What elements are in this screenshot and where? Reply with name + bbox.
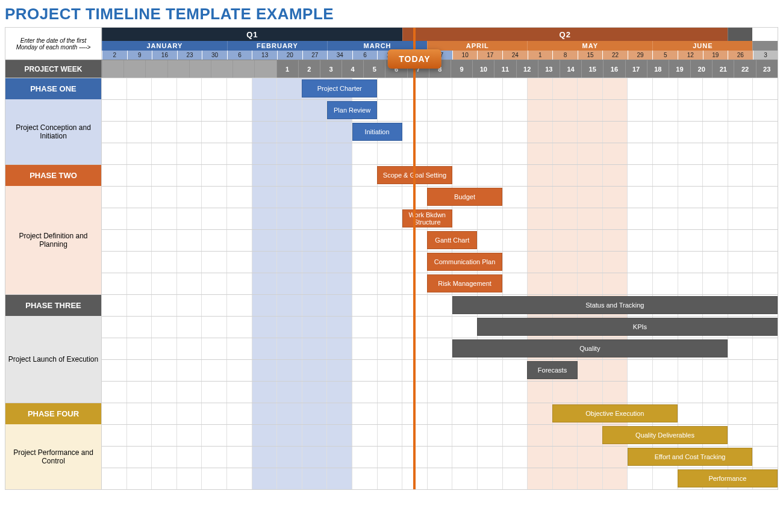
date-cell: 19 [703,51,728,60]
gantt-cell [252,143,277,164]
gantt-cell [252,187,277,208]
gantt-cell [176,295,202,316]
quarter-cell: Q2 [402,28,728,41]
gantt-cell [577,273,602,294]
gantt-cell [702,208,728,229]
gantt-cell [527,78,552,99]
gantt-cell [452,403,477,424]
gantt-cell [452,382,477,403]
gantt-cell [602,78,628,99]
week-cell [211,60,232,78]
task-bar[interactable]: Plan Review [327,101,377,119]
gantt-cell [678,143,703,164]
gantt-cell [702,360,728,381]
task-bar[interactable]: Effort and Cost Tracking [628,448,753,466]
gantt-cell [602,252,628,273]
gantt-cell [276,447,302,468]
task-bar[interactable]: Budget [427,188,502,206]
task-bar[interactable]: Objective Execution [552,404,678,422]
gantt-cell [126,447,152,468]
task-bar[interactable]: Performance [678,469,778,487]
week-cell: 14 [560,60,581,78]
task-bar[interactable]: Initiation [352,123,402,141]
gantt-cell [602,468,628,489]
gantt-cell [652,122,678,143]
gantt-cell [302,252,327,273]
gantt-cell [151,360,176,381]
task-bar[interactable]: Gantt Chart [427,231,477,249]
task-bar[interactable]: Quality Deliverables [602,426,728,444]
week-cell: 16 [603,60,625,78]
today-badge: TODAY [388,49,441,69]
gantt-cell [427,317,452,338]
gantt-cell [326,425,352,446]
project-week-label: PROJECT WEEK [5,60,102,78]
week-cell: 12 [516,60,538,78]
gantt-cell [502,382,528,403]
gantt-cell [226,338,252,359]
gantt-cell [427,122,452,143]
gantt-cell [678,165,703,186]
gantt-cell [326,295,352,316]
gantt-row [102,99,778,121]
gantt-cell [502,187,528,208]
week-cell: 18 [647,60,669,78]
gantt-cell [176,100,202,121]
gantt-cell [477,382,502,403]
gantt-cell [627,165,652,186]
gantt-cell [102,78,126,99]
gantt-cell [427,360,452,381]
task-bar[interactable]: Forecasts [527,361,577,379]
gantt-cell [176,382,202,403]
gantt-area: Project CharterPlan ReviewInitiationScop… [102,78,778,489]
gantt-cell [276,468,302,489]
gantt-cell [728,382,753,403]
date-cell: 26 [728,51,753,60]
task-bar[interactable]: Work Bkdwn Structure [402,209,452,227]
gantt-cell [577,468,602,489]
gantt-cell [126,295,152,316]
gantt-cell [326,468,352,489]
task-bar[interactable]: Status and Tracking [452,296,778,314]
date-cell: 10 [452,51,478,60]
gantt-cell [377,382,402,403]
date-cell: 12 [678,51,703,60]
gantt-cell [602,360,628,381]
gantt-cell [352,425,377,446]
task-bar[interactable]: Quality [452,339,728,357]
gantt-cell [452,447,477,468]
gantt-cell [752,447,778,468]
gantt-cell [102,143,126,164]
gantt-cell [252,100,277,121]
gantt-cell [678,100,703,121]
gantt-cell [577,447,602,468]
task-bar[interactable]: Communication Plan [427,253,502,271]
gantt-cell [352,252,377,273]
gantt-cell [326,122,352,143]
gantt-cell [728,100,753,121]
gantt-cell [302,100,327,121]
gantt-cell [477,143,502,164]
task-bar[interactable]: Risk Management [427,274,502,292]
gantt-cell [502,208,528,229]
gantt-cell [201,382,226,403]
week-cell: 21 [712,60,734,78]
gantt-cell [377,447,402,468]
gantt-cell [752,382,778,403]
gantt-cell [252,295,277,316]
gantt-cell [201,100,226,121]
gantt-cell [276,382,302,403]
week-cell: 1 [276,60,298,78]
date-cell: 5 [652,51,678,60]
gantt-cell [627,143,652,164]
task-bar[interactable]: KPIs [477,318,778,336]
gantt-cell [728,338,753,359]
task-bar[interactable]: Project Charter [302,79,377,97]
date-cell: 34 [327,51,352,60]
gantt-cell [352,403,377,424]
gantt-cell [527,447,552,468]
date-cell: 20 [277,51,302,60]
week-cell [102,60,123,78]
gantt-cell [126,360,152,381]
gantt-cell [728,143,753,164]
